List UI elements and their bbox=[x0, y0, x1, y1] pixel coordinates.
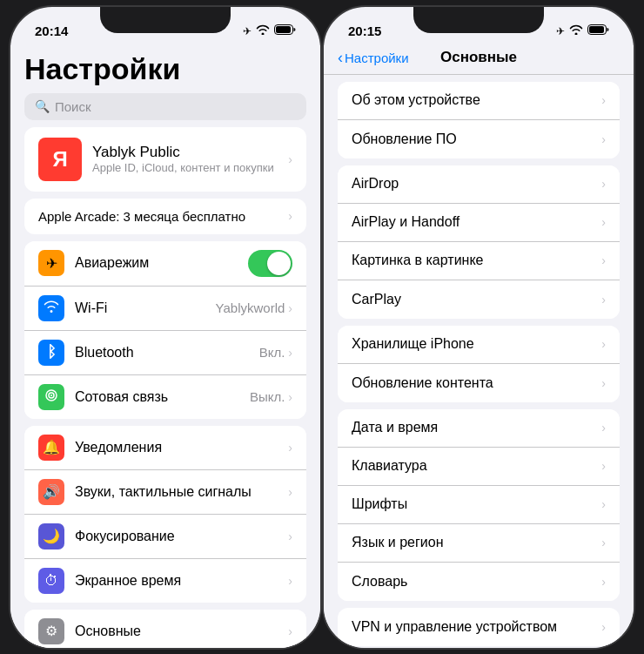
arcade-chevron: › bbox=[288, 209, 292, 223]
airplane-icon-right: ✈ bbox=[556, 25, 565, 37]
row-notifications[interactable]: 🔔 Уведомления › bbox=[24, 426, 306, 470]
keyboard-chevron: › bbox=[601, 459, 606, 473]
notifications-section: 🔔 Уведомления › 🔊 Звуки, тактильные сигн… bbox=[24, 426, 306, 603]
sounds-icon: 🔊 bbox=[38, 479, 64, 505]
row-general[interactable]: ⚙ Основные › bbox=[24, 610, 306, 648]
row-keyboard[interactable]: Клавиатура › bbox=[338, 448, 620, 486]
general-section: ⚙ Основные › 🎛 Пункт управления › bbox=[24, 610, 306, 648]
account-section: Я Yablyk Public Apple ID, iCloud, контен… bbox=[24, 127, 306, 192]
row-about[interactable]: Об этом устройстве › bbox=[338, 82, 620, 120]
carplay-chevron: › bbox=[601, 293, 606, 307]
status-time-left: 20:14 bbox=[35, 24, 68, 38]
search-placeholder: Поиск bbox=[55, 99, 91, 114]
svg-point-4 bbox=[50, 394, 52, 396]
row-bg-refresh[interactable]: Обновление контента › bbox=[338, 364, 620, 402]
arcade-text: Apple Arcade: 3 месяца бесплатно bbox=[38, 209, 245, 224]
section-connectivity: AirDrop › AirPlay и Handoff › Картинка в… bbox=[338, 165, 620, 319]
wifi-row-icon bbox=[38, 295, 64, 321]
left-screen: Настройки 🔍 Поиск Я Yablyk Public Apple … bbox=[10, 45, 320, 648]
update-chevron: › bbox=[601, 132, 606, 146]
bg-refresh-chevron: › bbox=[601, 376, 606, 390]
row-carplay[interactable]: CarPlay › bbox=[338, 280, 620, 319]
section-storage: Хранилище iPhone › Обновление контента › bbox=[338, 326, 620, 402]
row-vpn[interactable]: VPN и управление устройством › bbox=[338, 608, 620, 646]
status-icons-right: ✈ bbox=[556, 24, 609, 37]
row-bluetooth[interactable]: ᛒ Bluetooth Вкл. › bbox=[24, 331, 306, 375]
row-airplane[interactable]: ✈ Авиарежим bbox=[24, 241, 306, 287]
airplane-toggle[interactable] bbox=[248, 250, 292, 277]
airplane-label: Авиарежим bbox=[75, 255, 248, 271]
account-row[interactable]: Я Yablyk Public Apple ID, iCloud, контен… bbox=[24, 127, 306, 192]
row-focus[interactable]: 🌙 Фокусирование › bbox=[24, 515, 306, 559]
account-subtitle: Apple ID, iCloud, контент и покупки bbox=[92, 161, 288, 174]
row-fonts[interactable]: Шрифты › bbox=[338, 486, 620, 524]
svg-rect-6 bbox=[589, 26, 604, 33]
bluetooth-row-icon: ᛒ bbox=[38, 340, 64, 366]
cellular-label: Сотовая связь bbox=[75, 389, 250, 405]
about-chevron: › bbox=[601, 93, 606, 107]
notch bbox=[100, 7, 231, 33]
settings-title: Настройки bbox=[24, 52, 306, 86]
row-datetime[interactable]: Дата и время › bbox=[338, 409, 620, 448]
cellular-value: Выкл. bbox=[250, 389, 285, 404]
back-label: Настройки bbox=[345, 51, 409, 65]
wifi-label: Wi-Fi bbox=[75, 300, 216, 316]
section-regional: Дата и время › Клавиатура › Шрифты › Язы… bbox=[338, 409, 620, 601]
wifi-chevron: › bbox=[288, 301, 292, 315]
pip-chevron: › bbox=[601, 253, 606, 267]
row-language[interactable]: Язык и регион › bbox=[338, 524, 620, 563]
row-airdrop[interactable]: AirDrop › bbox=[338, 165, 620, 204]
row-dictionary[interactable]: Словарь › bbox=[338, 563, 620, 601]
back-chevron-icon: ‹ bbox=[338, 49, 343, 67]
account-info: Yablyk Public Apple ID, iCloud, контент … bbox=[92, 144, 288, 174]
cellular-chevron: › bbox=[288, 390, 292, 404]
bluetooth-value: Вкл. bbox=[259, 345, 285, 360]
wifi-icon bbox=[256, 24, 270, 37]
status-time-right: 20:15 bbox=[348, 24, 381, 38]
row-screen-time[interactable]: ⏱ Экранное время › bbox=[24, 559, 306, 603]
right-content: Об этом устройстве › Обновление ПО › Air… bbox=[324, 75, 634, 648]
datetime-chevron: › bbox=[601, 421, 606, 435]
left-phone: 20:14 ✈ Настройки 🔍 bbox=[9, 5, 322, 650]
focus-icon: 🌙 bbox=[38, 523, 64, 549]
screen-time-icon: ⏱ bbox=[38, 568, 64, 594]
fonts-chevron: › bbox=[601, 497, 606, 511]
bluetooth-chevron: › bbox=[288, 346, 292, 360]
back-button[interactable]: ‹ Настройки bbox=[338, 49, 409, 67]
arcade-banner[interactable]: Apple Arcade: 3 месяца бесплатно › bbox=[24, 199, 306, 234]
status-icons-left: ✈ bbox=[243, 24, 296, 37]
notifications-icon: 🔔 bbox=[38, 435, 64, 461]
connectivity-section: ✈ Авиарежим bbox=[24, 241, 306, 419]
bluetooth-label: Bluetooth bbox=[75, 345, 259, 361]
notch-right bbox=[413, 7, 544, 33]
row-sounds[interactable]: 🔊 Звуки, тактильные сигналы › bbox=[24, 470, 306, 515]
row-storage[interactable]: Хранилище iPhone › bbox=[338, 326, 620, 364]
airplane-row-icon: ✈ bbox=[38, 250, 64, 276]
row-cellular[interactable]: Сотовая связь Выкл. › bbox=[24, 375, 306, 419]
account-chevron: › bbox=[288, 152, 292, 166]
page-title: Основные bbox=[440, 49, 517, 66]
dictionary-chevron: › bbox=[601, 575, 606, 589]
search-bar[interactable]: 🔍 Поиск bbox=[24, 93, 306, 120]
battery-icon-right bbox=[587, 24, 609, 37]
language-chevron: › bbox=[601, 536, 606, 549]
airdrop-chevron: › bbox=[601, 177, 606, 191]
account-avatar: Я bbox=[38, 138, 82, 181]
vpn-chevron: › bbox=[601, 620, 606, 634]
svg-rect-1 bbox=[276, 26, 291, 33]
search-icon: 🔍 bbox=[35, 99, 50, 113]
row-update[interactable]: Обновление ПО › bbox=[338, 120, 620, 158]
row-wifi[interactable]: Wi-Fi Yablykworld › bbox=[24, 287, 306, 331]
row-airplay-handoff[interactable]: AirPlay и Handoff › bbox=[338, 204, 620, 242]
wifi-value: Yablykworld bbox=[216, 300, 285, 315]
battery-icon bbox=[274, 24, 296, 37]
section-device: Об этом устройстве › Обновление ПО › bbox=[338, 82, 620, 158]
right-screen: ‹ Настройки Основные Об этом устройстве … bbox=[324, 45, 634, 648]
row-pip[interactable]: Картинка в картинке › bbox=[338, 242, 620, 280]
general-icon: ⚙ bbox=[38, 618, 64, 644]
section-vpn: VPN и управление устройством › bbox=[338, 608, 620, 646]
cellular-row-icon bbox=[38, 384, 64, 410]
settings-header: Настройки 🔍 Поиск bbox=[10, 45, 320, 127]
airplay-chevron: › bbox=[601, 215, 606, 229]
right-phone: 20:15 ✈ ‹ Наст bbox=[322, 5, 635, 650]
